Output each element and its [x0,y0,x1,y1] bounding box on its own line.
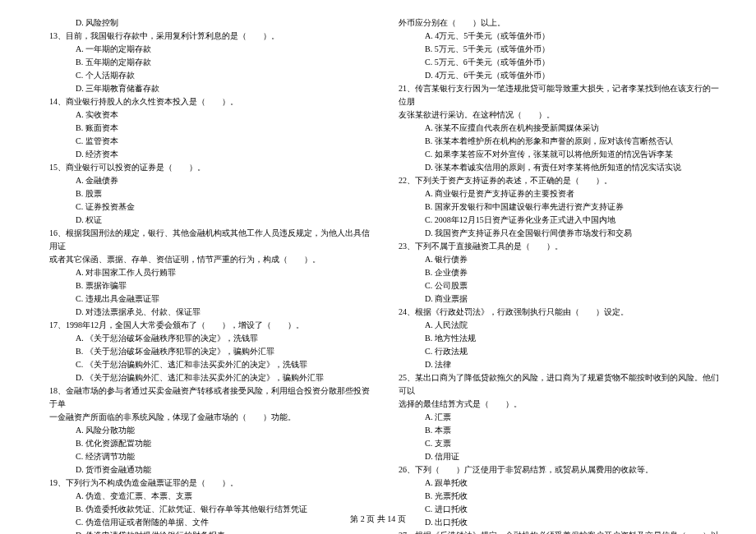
option-text: D. 信用证 [399,450,723,463]
option-text: B. 5万元、5千美元（或等值外币） [399,43,723,56]
question-text: 13、目前，我国银行存款中，采用复利计算利息的是（ ）。 [49,30,374,43]
question-text: 22、下列关于资产支持证券的表述，不正确的是（ ）。 [399,174,723,187]
option-text: D. 三年期教育储蓄存款 [49,82,374,95]
option-text: A. 汇票 [399,411,723,424]
option-text: C. 公司股票 [399,279,723,292]
option-text: A. 银行债券 [399,253,723,266]
option-text: D. 货币资金融通功能 [49,463,374,476]
option-text: A. 跟单托收 [399,476,723,490]
question-text: 14、商业银行持股人的永久性资本投入是（ ）。 [49,95,374,108]
option-text: C. 《关于惩治骗购外汇、逃汇和非法买卖外汇的决定》，洗钱罪 [49,358,374,371]
question-text: 23、下列不属于直接融资工具的是（ ）。 [399,240,723,253]
option-text: B. 张某本着维护所在机构的形象和声誉的原则，应对该传言断然否认 [399,135,723,148]
option-text: D. 风险控制 [49,16,374,30]
option-text: D. 张某本着诚实信用的原则，有责任对李某将他所知道的情况实话实说 [399,161,723,174]
question-continuation: 或者其它保函、票据、存单、资信证明，情节严重的行为，构成（ ）。 [49,253,374,266]
question-text: 26、下列（ ）广泛使用于非贸易结算，或贸易从属费用的收款等。 [399,463,723,476]
option-text: D. 商业票据 [399,292,723,306]
question-text: 17、1998年12月，全国人大常委会颁布了（ ），增设了（ ）。 [49,319,374,332]
option-text: A. 风险分散功能 [49,424,374,437]
option-text: D. 对违法票据承兑、付款、保证罪 [49,306,374,319]
option-text: D. 法律 [399,358,723,371]
option-text: C. 5万元、6千美元（或等值外币） [399,56,723,69]
option-text: B. 国家开发银行和中国建设银行率先进行资产支持证券 [399,200,723,214]
option-text: A. 伪造、变造汇票、本票、支票 [49,490,374,503]
option-text: B. 股票 [49,187,374,200]
option-text: C. 监管资本 [49,135,374,148]
option-text: D. 伪造申请贷款时提供给银行的财务报表 [49,529,374,534]
page-content: D. 风险控制 13、目前，我国银行存款中，采用复利计算利息的是（ ）。 A. … [0,0,756,509]
option-text: D. 《关于惩治骗购外汇、逃汇和非法买卖外汇的决定》，骗购外汇罪 [49,371,374,384]
option-text: C. 证券投资基金 [49,200,374,214]
question-text: 27、根据《反洗钱法》规定，金融机构必须妥善保护客户开户资料及交易信息（ ）以上… [399,529,723,534]
option-text: C. 2008年12月15日资产证券化业务正式进入中国内地 [399,214,723,227]
option-text: C. 经济调节功能 [49,450,374,463]
option-text: B. 优化资源配置功能 [49,437,374,450]
option-text: C. 如果李某答应不对外宣传，张某就可以将他所知道的情况告诉李某 [399,148,723,161]
question-text: 25、某出口商为了降低贷款拖欠的风险，进口商为了规避货物不能按时收到的风险。他们… [399,371,723,398]
option-text: C. 伪造信用证或者附随的单据、文件 [49,516,374,529]
option-text: B. 账面资本 [49,122,374,135]
option-text: D. 我国资产支持证券只在全国银行间债券市场发行和交易 [399,227,723,240]
option-text: A. 实收资本 [49,108,374,122]
option-text: D. 出口托收 [399,516,723,529]
option-text: B. 票据诈骗罪 [49,279,374,292]
option-text: A. 人民法院 [399,319,723,332]
option-text: A. 4万元、5千美元（或等值外币） [399,30,723,43]
option-text: A. 《关于惩治破坏金融秩序犯罪的决定》，洗钱罪 [49,332,374,345]
question-continuation: 友张某欲进行采访。在这种情况（ ）。 [399,108,723,122]
option-text: B. 伪造委托收款凭证、汇款凭证、银行存单等其他银行结算凭证 [49,503,374,516]
option-text: D. 权证 [49,214,374,227]
question-continuation: 一金融资产所面临的非系统风险，体现了金融市场的（ ）功能。 [49,411,374,424]
left-column: D. 风险控制 13、目前，我国银行存款中，采用复利计算利息的是（ ）。 A. … [49,16,390,501]
option-text: C. 支票 [399,437,723,450]
question-text: 21、传言某银行支行因为一笔违规批贷可能导致重大损失，记者李某找到他在该支行的一… [399,82,723,108]
option-text: C. 违规出具金融票证罪 [49,292,374,306]
option-text: B. 光票托收 [399,490,723,503]
option-text: A. 张某不应擅自代表所在机构接受新闻媒体采访 [399,122,723,135]
option-text: D. 4万元、6千美元（或等值外币） [399,69,723,82]
question-text: 16、根据我国刑法的规定，银行、其他金融机构或其他工作人员违反规定，为他人出具信… [49,227,374,253]
question-text: 19、下列行为不构成伪造金融票证罪的是（ ）。 [49,476,374,490]
question-text: 24、根据《行政处罚法》，行政强制执行只能由（ ）设定。 [399,306,723,319]
option-text: C. 进口托收 [399,503,723,516]
right-column: 外币应分别在（ ）以上。 A. 4万元、5千美元（或等值外币） B. 5万元、5… [390,16,723,501]
option-text: A. 金融债券 [49,174,374,187]
option-text: B. 五年期的定期存款 [49,56,374,69]
option-text: C. 个人活期存款 [49,69,374,82]
option-text: B. 企业债券 [399,266,723,279]
option-text: B. 本票 [399,424,723,437]
question-continuation: 选择的最佳结算方式是（ ）。 [399,398,723,411]
option-text: A. 对非国家工作人员行贿罪 [49,266,374,279]
option-text: A. 一年期的定期存款 [49,43,374,56]
option-text: B. 地方性法规 [399,332,723,345]
option-text: B. 《关于惩治破坏金融秩序犯罪的决定》，骗购外汇罪 [49,345,374,358]
question-text: 15、商业银行可以投资的证券是（ ）。 [49,161,374,174]
question-text: 18、金融市场的参与者通过买卖金融资产转移或者接受风险，利用组合投资分散那些投资… [49,384,374,411]
option-text: D. 经济资本 [49,148,374,161]
question-continuation: 外币应分别在（ ）以上。 [399,16,723,30]
option-text: C. 行政法规 [399,345,723,358]
option-text: A. 商业银行是资产支持证券的主要投资者 [399,187,723,200]
